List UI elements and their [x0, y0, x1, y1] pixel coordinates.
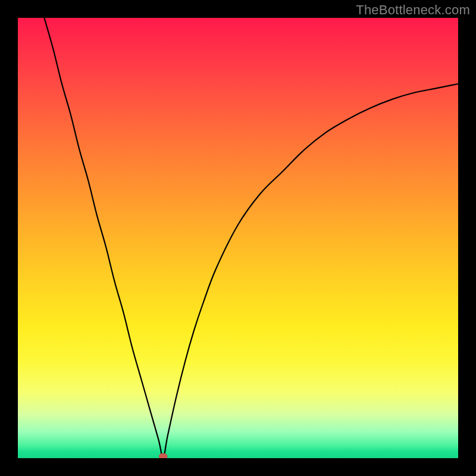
- plot-area: [18, 18, 458, 458]
- curve-svg: [18, 18, 458, 458]
- minimum-marker-icon: [159, 453, 167, 458]
- bottleneck-curve: [44, 18, 458, 458]
- chart-frame: TheBottleneck.com: [0, 0, 476, 476]
- watermark-text: TheBottleneck.com: [356, 2, 470, 18]
